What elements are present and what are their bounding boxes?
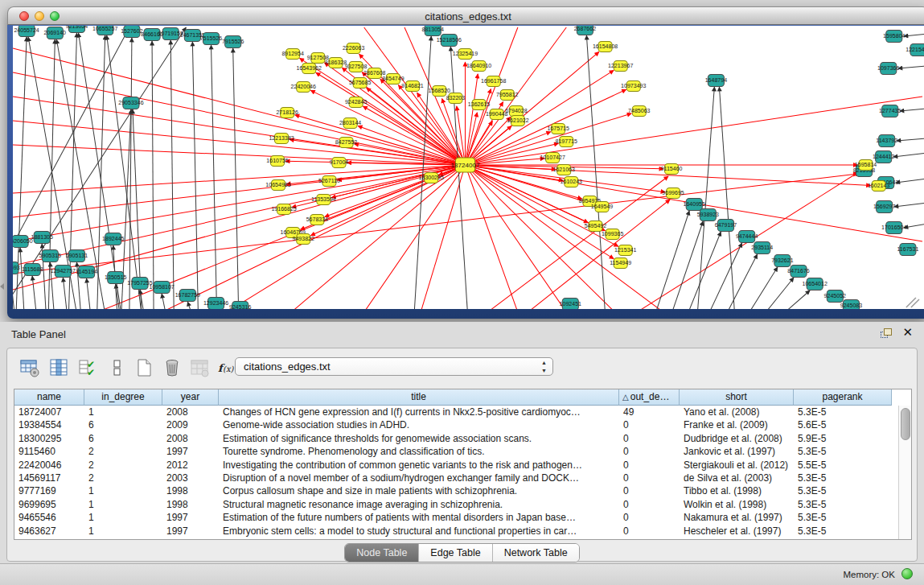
resize-grip[interactable]	[906, 298, 919, 307]
table-row[interactable]: 1938455462009Genome-wide association stu…	[14, 418, 892, 431]
network-edge[interactable]	[187, 302, 191, 309]
network-edge[interactable]	[20, 248, 24, 309]
column-header-pagerank[interactable]: pagerank	[794, 389, 892, 406]
network-edge[interactable]	[465, 165, 566, 309]
network-node-label: 1621063	[553, 167, 575, 173]
table-cell: 1997	[162, 525, 219, 538]
network-edge[interactable]	[162, 294, 166, 309]
network-edge[interactable]	[526, 200, 670, 309]
table-cell: Tourette syndrome. Phenomenology and cla…	[219, 445, 619, 458]
network-canvas[interactable]: 2405572420691409213054106552571527602846…	[13, 26, 924, 309]
network-edge[interactable]	[688, 232, 721, 309]
column-header-out-de-[interactable]: △out_de…	[619, 389, 680, 406]
memory-status-icon[interactable]	[901, 568, 913, 579]
close-panel-icon[interactable]: ✕	[902, 326, 913, 339]
table-cell: 2003	[162, 472, 219, 484]
network-edge[interactable]	[233, 48, 239, 309]
network-node-label: 8912954	[281, 51, 303, 57]
import-table-icon[interactable]	[188, 356, 211, 379]
network-edge[interactable]	[904, 34, 924, 36]
column-header-name[interactable]: name	[14, 389, 84, 406]
network-node-label: 1362615	[468, 102, 490, 108]
table-row[interactable]: 969969511998Structural magnetic resonanc…	[14, 498, 892, 511]
network-edge[interactable]	[671, 221, 703, 309]
table-row[interactable]: 977716911998Corpus callosum shape and si…	[14, 484, 892, 497]
network-edge[interactable]	[896, 179, 924, 183]
network-node-label: 9245083	[840, 303, 862, 309]
network-node-label: 8813054	[422, 27, 444, 33]
network-edge[interactable]	[295, 115, 466, 165]
network-edge[interactable]	[897, 138, 924, 141]
new-table-icon[interactable]	[133, 356, 155, 379]
network-edge[interactable]	[421, 165, 465, 309]
network-edge[interactable]	[32, 276, 36, 309]
select-rows-icon[interactable]: ✔✔	[76, 356, 99, 379]
network-edge[interactable]	[152, 41, 154, 309]
network-edge[interactable]	[170, 40, 174, 309]
network-edge[interactable]	[655, 211, 689, 309]
network-edge[interactable]	[765, 278, 794, 309]
tab-edge-table[interactable]: Edge Table	[419, 544, 492, 562]
network-node-label: 10958107	[149, 285, 174, 290]
status-bar: Memory: OK	[0, 563, 924, 585]
delete-table-icon[interactable]	[161, 356, 183, 379]
rows-icon[interactable]	[105, 356, 128, 379]
column-header-in-degree[interactable]: in_degree	[84, 389, 162, 406]
network-edge[interactable]	[465, 165, 663, 309]
network-edge[interactable]	[898, 66, 924, 68]
network-edge[interactable]	[783, 290, 810, 309]
table-cell: de Silva et al. (2003)	[680, 472, 794, 484]
table-row[interactable]: 2242004622012Investigating the contribut…	[14, 459, 892, 472]
table-scrollbar[interactable]	[898, 406, 911, 539]
table-row[interactable]: 946554611997Estimation of the future num…	[14, 511, 892, 524]
column-edit-icon[interactable]	[47, 356, 70, 379]
column-header-title[interactable]: title	[219, 389, 619, 406]
network-edge[interactable]	[97, 35, 105, 309]
column-header-year[interactable]: year	[162, 389, 219, 406]
network-edge[interactable]	[364, 165, 466, 309]
network-node-label: 12942757	[51, 269, 76, 274]
network-node-label: 1892445	[102, 237, 124, 242]
network-edge[interactable]	[708, 243, 741, 309]
network-node-label: 1145194	[76, 270, 97, 275]
network-edge[interactable]	[697, 87, 714, 309]
table-cell: 1	[84, 525, 162, 538]
network-edge[interactable]	[192, 42, 198, 309]
table-row[interactable]: 1830029562008Estimation of significance …	[14, 432, 892, 445]
float-panel-icon[interactable]	[881, 328, 892, 339]
network-edge[interactable]	[900, 109, 924, 111]
network-node-label: 7932621	[771, 258, 793, 264]
table-row[interactable]: 911546021997Tourette syndrome. Phenomeno…	[14, 445, 892, 458]
network-node-label: 9245052	[824, 294, 846, 299]
table-row[interactable]: 946362711997Embryonic stem cells: a mode…	[14, 525, 892, 538]
table-scrollbar-thumb[interactable]	[901, 408, 910, 440]
column-header-short[interactable]: short	[680, 389, 794, 406]
tab-network-table[interactable]: Network Table	[493, 544, 579, 562]
network-edge[interactable]	[211, 45, 217, 309]
collapse-west-panel-icon[interactable]	[0, 283, 4, 290]
network-edge[interactable]	[227, 165, 466, 309]
network-edge[interactable]	[904, 224, 924, 228]
table-cell: 49	[619, 406, 680, 418]
network-node-label: 24055724	[14, 28, 39, 34]
network-edge[interactable]	[894, 203, 924, 207]
table-cell: Genome-wide association studies in ADHD.	[219, 418, 619, 431]
network-edge[interactable]	[87, 278, 91, 309]
table-row[interactable]: 1872400712008Changes of HCN gene express…	[14, 406, 892, 418]
table-row[interactable]: 1456911722003Disruption of a novel membe…	[14, 472, 892, 484]
network-edge[interactable]	[63, 278, 67, 309]
window-titlebar[interactable]: citations_edges.txt	[7, 6, 924, 25]
tab-node-table[interactable]: Node Table	[345, 544, 419, 562]
network-edge[interactable]	[465, 165, 517, 309]
network-edge[interactable]	[107, 35, 142, 309]
network-edge[interactable]	[893, 153, 924, 157]
network-edge[interactable]	[486, 176, 668, 309]
table-settings-icon[interactable]	[18, 356, 41, 379]
table-cell: 0	[619, 472, 680, 484]
function-builder-icon[interactable]: f(x)	[215, 356, 237, 379]
network-node-label: 12215404	[906, 47, 924, 53]
network-edge[interactable]	[465, 165, 614, 259]
network-edge[interactable]	[13, 121, 465, 165]
table-source-dropdown[interactable]: citations_edges.txt ▲▼	[235, 357, 553, 376]
window-frame: 2405572420691409213054106552571527602846…	[7, 25, 924, 319]
